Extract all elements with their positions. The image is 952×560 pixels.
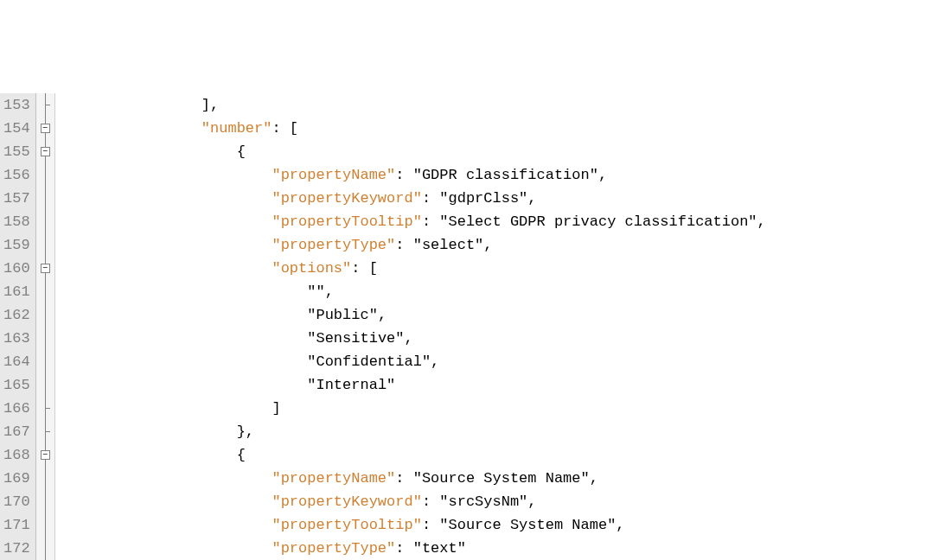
fold-tick-icon xyxy=(45,431,50,432)
code-line[interactable]: ], xyxy=(61,93,766,117)
token-punct: , xyxy=(325,283,334,300)
line-number: 159 xyxy=(3,233,30,257)
line-number: 154 xyxy=(3,117,30,140)
token-string: "Select GDPR privacy classification" xyxy=(439,213,757,230)
code-line[interactable]: { xyxy=(61,140,766,163)
token-string: "GDPR classification" xyxy=(413,167,598,183)
fold-tick-icon xyxy=(45,105,50,105)
code-line[interactable]: }, xyxy=(61,420,766,443)
line-number: 155 xyxy=(3,140,30,163)
token-string: "Sensitive" xyxy=(307,330,404,347)
token-punct: { xyxy=(237,447,246,463)
line-number: 164 xyxy=(3,350,30,373)
token-punct: , xyxy=(527,493,536,510)
code-line[interactable]: "propertyTooltip": "Source System Name", xyxy=(61,513,766,537)
fold-toggle-icon[interactable]: − xyxy=(41,124,50,133)
token-punct: : [ xyxy=(272,120,298,137)
code-line[interactable]: "Confidential", xyxy=(61,350,766,373)
token-punct: : xyxy=(422,190,439,207)
code-line[interactable]: "options": [ xyxy=(61,257,766,280)
fold-toggle-icon[interactable]: − xyxy=(41,450,50,460)
code-editor: 1531541551561571581591601611621631641651… xyxy=(0,93,952,560)
line-number: 169 xyxy=(3,467,30,490)
token-key: "propertyName" xyxy=(272,470,395,487)
token-punct: , xyxy=(757,213,766,230)
code-line[interactable]: "propertyName": "Source System Name", xyxy=(61,467,766,490)
token-punct: , xyxy=(483,237,492,253)
line-number: 166 xyxy=(3,397,30,420)
line-number: 168 xyxy=(3,443,30,467)
code-line[interactable]: "", xyxy=(61,280,766,303)
token-key: "propertyType" xyxy=(272,237,395,253)
token-punct: }, xyxy=(237,423,254,440)
code-line[interactable]: "number": [ xyxy=(61,117,766,140)
token-punct: : xyxy=(395,167,412,183)
token-string: "srcSysNm" xyxy=(439,493,527,510)
token-punct: : xyxy=(395,470,412,487)
token-key: "propertyKeyword" xyxy=(272,190,421,207)
line-number: 163 xyxy=(3,327,30,350)
token-key: "propertyTooltip" xyxy=(272,517,421,533)
line-number: 160 xyxy=(3,257,30,280)
code-line[interactable]: "Internal" xyxy=(61,373,766,397)
token-punct: : [ xyxy=(351,260,378,277)
line-number: 156 xyxy=(3,163,30,187)
token-punct: : xyxy=(422,213,439,230)
token-punct: , xyxy=(431,353,439,370)
token-string: "Source System Name" xyxy=(439,517,616,533)
line-number: 153 xyxy=(3,93,30,117)
token-key: "propertyTooltip" xyxy=(272,213,421,230)
token-punct: , xyxy=(590,470,598,487)
token-string: "Source System Name" xyxy=(413,470,590,487)
line-number: 167 xyxy=(3,420,30,443)
fold-tick-icon xyxy=(45,408,50,409)
line-number: 172 xyxy=(3,537,30,560)
token-key: "options" xyxy=(272,260,351,277)
token-key: "propertyKeyword" xyxy=(272,493,421,510)
fold-column: −−−− xyxy=(36,93,55,560)
code-line[interactable]: { xyxy=(61,443,766,467)
code-line[interactable]: "propertyKeyword": "srcSysNm", xyxy=(61,490,766,513)
line-number: 171 xyxy=(3,513,30,537)
code-content[interactable]: ], "number": [ { "propertyName": "GDPR c… xyxy=(55,93,766,560)
line-number: 158 xyxy=(3,210,30,233)
token-punct: : xyxy=(395,237,412,253)
token-punct: , xyxy=(598,167,607,183)
line-number: 170 xyxy=(3,490,30,513)
token-punct: ], xyxy=(201,97,219,113)
token-string: "select" xyxy=(413,237,484,253)
token-punct: , xyxy=(527,190,536,207)
token-punct: : xyxy=(422,517,439,533)
code-line[interactable]: "propertyTooltip": "Select GDPR privacy … xyxy=(61,210,766,233)
fold-toggle-icon[interactable]: − xyxy=(41,264,50,273)
code-line[interactable]: "propertyKeyword": "gdprClss", xyxy=(61,187,766,210)
token-punct: { xyxy=(237,143,246,160)
line-number-gutter: 1531541551561571581591601611621631641651… xyxy=(0,93,36,560)
token-punct: ] xyxy=(272,400,280,417)
token-punct: : xyxy=(422,493,439,510)
token-string: "text" xyxy=(413,540,466,557)
token-key: "propertyType" xyxy=(272,540,395,557)
line-number: 165 xyxy=(3,373,30,397)
token-string: "" xyxy=(307,283,324,300)
code-line[interactable]: ] xyxy=(61,397,766,420)
token-key: "propertyName" xyxy=(272,167,395,183)
code-line[interactable]: "propertyType": "select", xyxy=(61,233,766,257)
code-line[interactable]: "propertyType": "text" xyxy=(61,537,766,560)
token-string: "gdprClss" xyxy=(439,190,527,207)
token-punct: , xyxy=(378,307,387,323)
token-string: "Public" xyxy=(307,307,378,323)
code-line[interactable]: "propertyName": "GDPR classification", xyxy=(61,163,766,187)
token-punct: , xyxy=(616,517,624,533)
token-key: "number" xyxy=(201,120,272,137)
token-punct: : xyxy=(395,540,412,557)
token-string: "Internal" xyxy=(307,377,395,393)
line-number: 161 xyxy=(3,280,30,303)
line-number: 157 xyxy=(3,187,30,210)
code-line[interactable]: "Public", xyxy=(61,303,766,327)
line-number: 162 xyxy=(3,303,30,327)
token-string: "Confidential" xyxy=(307,353,431,370)
fold-toggle-icon[interactable]: − xyxy=(41,147,50,156)
token-punct: , xyxy=(404,330,412,347)
code-line[interactable]: "Sensitive", xyxy=(61,327,766,350)
